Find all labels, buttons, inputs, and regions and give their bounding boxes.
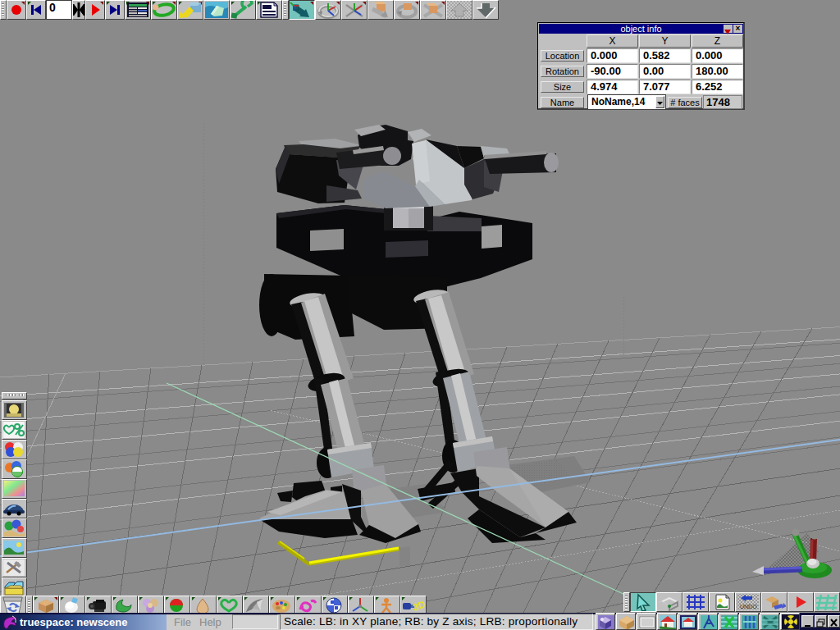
svg-text:UNDO: UNDO bbox=[740, 604, 757, 609]
svg-text:3D: 3D bbox=[411, 598, 425, 614]
